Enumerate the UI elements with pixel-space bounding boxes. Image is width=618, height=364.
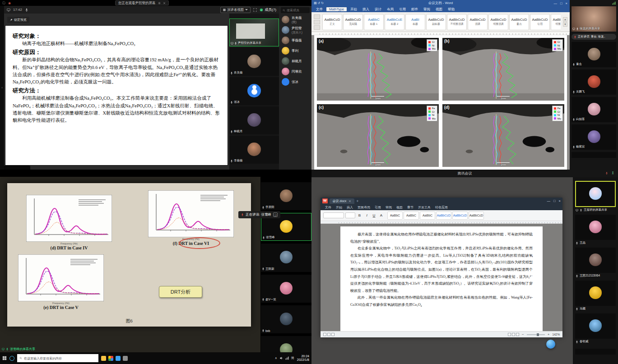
style-item[interactable]: AaBbCcD 正文 xyxy=(322,14,342,30)
menu-tab[interactable]: 引用 xyxy=(396,7,409,12)
member-row[interactable]: 李利 xyxy=(279,46,311,56)
menu-tab[interactable]: 页面布局 xyxy=(355,205,372,210)
maximize-button[interactable]: □ xyxy=(553,199,556,203)
menu-tab[interactable]: 文件 xyxy=(313,7,325,12)
bold-button[interactable]: B xyxy=(357,212,362,218)
members-count[interactable]: 成员(7) xyxy=(260,7,276,12)
menu-tab[interactable]: 帮助 xyxy=(445,7,457,12)
close-icon[interactable] xyxy=(163,2,166,5)
assistant-floating-ball[interactable] xyxy=(546,340,555,349)
participant-video-thumbnail[interactable] xyxy=(575,248,616,273)
style-item[interactable]: AaBbCcD xyxy=(436,212,451,220)
minimize-button[interactable]: — xyxy=(554,1,558,5)
partial-video-thumbnail[interactable] xyxy=(575,349,616,355)
style-item[interactable]: AaBbC xyxy=(404,212,419,220)
taskbar-app-icons[interactable] xyxy=(101,356,128,361)
menu-tab[interactable]: 视图 xyxy=(394,205,405,210)
participant-video-thumbnail[interactable]: 李薇薇 xyxy=(229,136,279,164)
screen-share-thumbnail[interactable]: 尹熙莹的屏幕共享 xyxy=(229,18,279,46)
record-icon[interactable]: ◉ xyxy=(8,1,11,5)
mic-icon[interactable] xyxy=(605,172,608,175)
member-search-input[interactable] xyxy=(287,9,308,12)
minimize-button[interactable]: — xyxy=(547,199,551,203)
participant-video-thumbnail[interactable]: 肖美薇 xyxy=(229,48,279,76)
speaker-icon[interactable] xyxy=(279,356,283,360)
menu-tab[interactable]: 布局 xyxy=(384,7,396,12)
taskbar-search-input[interactable] xyxy=(24,357,96,360)
close-button[interactable]: × xyxy=(566,1,567,5)
style-item[interactable]: AaBbCcE 标题 2 xyxy=(385,14,404,30)
style-item[interactable]: AaBbCcD 无间隔 xyxy=(343,14,363,30)
underline-button[interactable]: U xyxy=(371,212,377,218)
style-item[interactable]: AaBI 标题 xyxy=(405,14,425,30)
participant-video-thumbnail[interactable] xyxy=(575,281,616,306)
close-tab-icon[interactable] xyxy=(348,200,351,203)
style-item[interactable]: AaBbCcD 副标题 xyxy=(426,14,446,30)
view-mode-button[interactable]: 演讲者视图 xyxy=(220,7,251,13)
participant-video-thumbnail[interactable]: 林晓月 xyxy=(229,106,279,134)
screen-share-thumbnail[interactable] xyxy=(575,181,616,207)
sem-figure-a[interactable]: (a) CrNiMo 1mm xyxy=(317,38,439,101)
participant-video-thumbnail[interactable]: 王阳新 xyxy=(261,244,311,272)
style-item[interactable]: AaBbC 标题 1 xyxy=(364,14,384,30)
menu-tab[interactable]: 邮件 xyxy=(409,7,421,12)
zoom-slider[interactable] xyxy=(527,334,545,335)
menu-tab[interactable]: 引用 xyxy=(372,205,383,210)
participant-video-thumbnail[interactable]: 俞V一笑 xyxy=(261,275,311,303)
language-indicator[interactable]: 简 xyxy=(291,356,294,360)
member-row[interactable]: 林晓月 xyxy=(279,56,311,66)
document-page[interactable]: 极片表面，这使得金属氧化物在用作锂硫电池正极催化材料时表现出对LiPSs优异的吸… xyxy=(340,226,543,331)
mic-icon[interactable] xyxy=(25,8,28,12)
member-search-box[interactable] xyxy=(281,7,310,13)
menu-tab[interactable]: 开发工具 xyxy=(416,205,433,210)
menu-tab[interactable]: 设计 xyxy=(372,7,384,12)
participant-video-thumbnail[interactable]: 吴鹏飞 xyxy=(572,69,616,95)
participant-video-thumbnail[interactable]: 张冰 xyxy=(229,77,279,105)
share-up-icon[interactable]: ↥ xyxy=(611,171,614,175)
start-button[interactable] xyxy=(2,356,7,360)
participant-video-thumbnail[interactable]: 李晨阳 xyxy=(261,182,311,210)
screen-share-thumbnail[interactable]: 徐龙的屏幕共享 xyxy=(572,6,616,32)
taskbar-clock[interactable]: 20:24 2022/1/8 xyxy=(297,355,309,362)
participant-video-thumbnail[interactable] xyxy=(575,215,616,240)
menu-tab[interactable]: 章节 xyxy=(405,205,416,210)
pin-preview-button[interactable]: 锁定预览 xyxy=(7,17,29,23)
style-item[interactable]: AaBbCcD xyxy=(452,212,468,220)
ribbon-group-icons[interactable] xyxy=(314,14,320,30)
info-icon[interactable]: ⓘ xyxy=(2,1,5,5)
zoom-in-button[interactable]: + xyxy=(548,332,550,336)
participant-video-thumbnail[interactable]: bxb xyxy=(261,305,311,333)
style-item[interactable]: AaBbCcD xyxy=(469,212,484,220)
tray-expand-icon[interactable]: ∧ xyxy=(275,356,277,360)
style-item[interactable]: AaBbCcD 要点 xyxy=(509,14,529,30)
collapse-handle[interactable]: ‹ xyxy=(0,6,4,170)
gear-icon[interactable] xyxy=(158,2,161,5)
network-icon[interactable] xyxy=(285,356,289,360)
menu-tab[interactable]: 视图 xyxy=(433,7,445,12)
sem-figure-c[interactable]: (c) FeCrNiMo 1mm xyxy=(317,104,439,167)
taskbar-search-box[interactable] xyxy=(17,354,98,362)
participant-video-thumbnail[interactable]: 杨紫宸 xyxy=(572,124,616,150)
style-item[interactable]: AaBbCcD 引用 xyxy=(530,14,550,30)
menu-tab[interactable]: 审阅 xyxy=(421,7,433,12)
menu-tab[interactable]: 插入 xyxy=(360,7,372,12)
style-item[interactable]: AaBbC xyxy=(420,212,435,220)
menu-tab[interactable]: 特色应用 xyxy=(433,205,450,210)
fullscreen-icon[interactable] xyxy=(253,8,257,12)
system-tray[interactable]: ∧ 简 xyxy=(275,356,294,360)
maximize-button[interactable]: □ xyxy=(560,1,562,5)
participant-video-thumbnail[interactable]: 童会 xyxy=(572,42,616,67)
font-size-select[interactable] xyxy=(345,212,355,218)
partial-video-thumbnail[interactable] xyxy=(572,152,616,158)
menu-tab[interactable]: 开始 xyxy=(334,205,344,210)
view-mode-buttons[interactable] xyxy=(508,333,519,336)
menu-tab[interactable]: 插入 xyxy=(344,205,355,210)
member-row[interactable]: 尹熙莹 (主持人) xyxy=(279,25,311,35)
font-family-select[interactable] xyxy=(323,212,344,218)
status-left-icons[interactable] xyxy=(323,333,335,336)
sem-figure-b[interactable]: (b) CrNiMo 1mm xyxy=(442,38,564,101)
style-item[interactable]: AaBbCcD 明显引用 xyxy=(551,14,561,30)
menu-tab[interactable]: 文件 xyxy=(323,205,334,210)
italic-button[interactable]: I xyxy=(364,212,370,218)
document-tab[interactable]: 会议.docx xyxy=(330,198,355,204)
